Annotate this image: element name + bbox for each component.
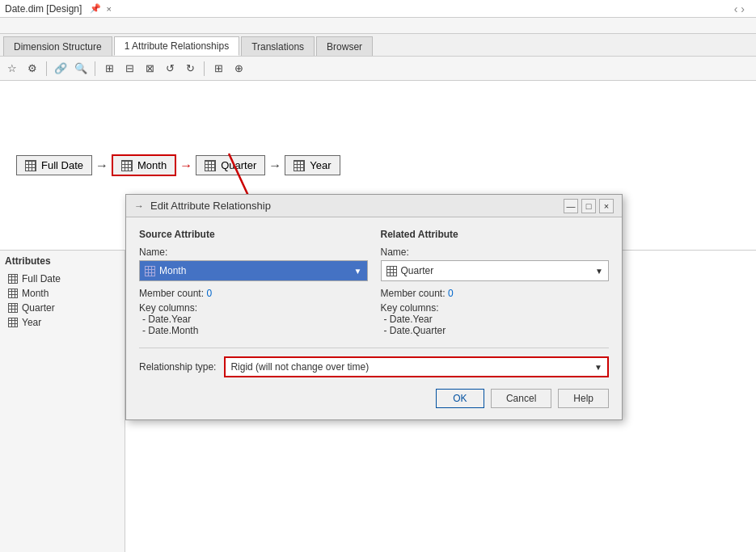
relationship-type-arrow: ▼ <box>594 363 602 372</box>
quarter-icon <box>205 160 216 171</box>
toolbar-btn-5[interactable]: ⊞ <box>100 60 118 78</box>
related-key-columns: Key columns: - Date.Year - Date.Quarter <box>381 302 610 336</box>
toolbar-sep-1 <box>46 61 47 76</box>
scroll-left-btn[interactable]: ‹ <box>734 2 738 15</box>
node-month[interactable]: Month <box>112 154 176 176</box>
toolbar-btn-10[interactable]: ⊞ <box>209 60 227 78</box>
dialog-buttons: OK Cancel Help <box>139 389 609 408</box>
toolbar-btn-11[interactable]: ⊕ <box>230 60 247 78</box>
tab-browser[interactable]: Browser <box>316 36 373 56</box>
window-close[interactable]: × <box>106 4 111 14</box>
related-select-arrow: ▼ <box>595 267 603 276</box>
attr-full-date-label: Full Date <box>22 273 61 284</box>
dialog-body: Source Attribute Name: Month ▼ Member co… <box>126 217 622 419</box>
source-select-arrow: ▼ <box>354 267 362 276</box>
dialog-title-text: Edit Attribute Relationship <box>150 200 557 212</box>
related-member-count-row: Member count: 0 <box>381 288 610 299</box>
relationship-type-value: Rigid (will not change over time) <box>230 361 369 373</box>
source-attribute-title: Source Attribute <box>139 229 368 240</box>
toolbar-btn-3[interactable]: 🔗 <box>52 60 70 78</box>
dialog-title-bar: → Edit Attribute Relationship — □ × <box>126 195 622 217</box>
attr-month-icon <box>8 289 18 298</box>
dialog-divider <box>139 348 609 348</box>
arrow-3: → <box>265 158 285 173</box>
source-key-col-2: - Date.Month <box>139 325 368 336</box>
toolbar-btn-1[interactable]: ☆ <box>3 60 21 78</box>
window-pin[interactable]: 📌 <box>90 3 101 14</box>
related-attribute-col: Related Attribute Name: Quarter ▼ Member… <box>381 229 610 336</box>
attr-year-icon <box>8 318 18 327</box>
attr-full-date[interactable]: Full Date <box>5 272 120 286</box>
source-select-icon <box>145 266 155 276</box>
relationship-type-select[interactable]: Rigid (will not change over time) ▼ <box>224 356 609 377</box>
source-attribute-col: Source Attribute Name: Month ▼ Member co… <box>139 229 368 336</box>
relationship-type-row: Relationship type: Rigid (will not chang… <box>139 356 609 377</box>
source-key-col-1: - Date.Year <box>139 314 368 325</box>
full-date-icon <box>25 160 36 171</box>
attr-quarter-icon <box>8 303 18 313</box>
main-tabs: Dimension Structure 1 Attribute Relation… <box>0 34 756 57</box>
arrow-2: → <box>176 158 196 173</box>
tab-translations-label: Translations <box>251 41 304 53</box>
dialog-restore-btn[interactable]: □ <box>581 199 596 213</box>
scroll-right-btn[interactable]: › <box>741 2 745 15</box>
tab-dimension-structure-label: Dimension Structure <box>14 41 102 53</box>
tab-browser-label: Browser <box>327 41 362 53</box>
dialog-minimize-btn[interactable]: — <box>564 199 578 213</box>
relationship-type-label: Relationship type: <box>139 361 216 373</box>
attr-month[interactable]: Month <box>5 286 120 301</box>
toolbar-btn-2[interactable]: ⚙ <box>23 60 41 78</box>
source-key-columns: Key columns: - Date.Year - Date.Month <box>139 302 368 336</box>
toolbar-btn-7[interactable]: ⊠ <box>141 60 158 78</box>
source-member-count-row: Member count: 0 <box>139 288 368 299</box>
related-select-value: Quarter <box>401 265 434 276</box>
cancel-button[interactable]: Cancel <box>491 389 551 408</box>
related-attribute-title: Related Attribute <box>381 229 610 240</box>
related-name-select[interactable]: Quarter ▼ <box>381 260 610 281</box>
left-panel: Attributes Full Date Month Quarter Year <box>0 251 125 552</box>
attr-quarter[interactable]: Quarter <box>5 301 120 315</box>
ok-button[interactable]: OK <box>436 389 484 408</box>
toolbar-sep-2 <box>95 61 95 76</box>
toolbar-sep-3 <box>204 61 205 76</box>
tab-dimension-structure[interactable]: Dimension Structure <box>3 36 112 56</box>
node-quarter[interactable]: Quarter <box>196 155 265 175</box>
related-member-count-value: 0 <box>448 288 454 299</box>
source-name-select[interactable]: Month ▼ <box>139 260 368 281</box>
source-select-value: Month <box>159 265 186 276</box>
attr-year[interactable]: Year <box>5 315 120 330</box>
tab-attribute-relationships[interactable]: 1 Attribute Relationships <box>114 36 239 56</box>
year-icon <box>294 160 305 171</box>
toolbar-btn-6[interactable]: ⊟ <box>120 60 138 78</box>
dialog-columns: Source Attribute Name: Month ▼ Member co… <box>139 229 609 336</box>
arrow-1: → <box>92 158 112 173</box>
dialog-close-btn[interactable]: × <box>599 199 614 213</box>
source-member-count-value: 0 <box>206 288 212 299</box>
node-year[interactable]: Year <box>285 155 340 175</box>
related-key-col-2: - Date.Quarter <box>381 325 610 336</box>
content-area: Full Date → Month → Quarter → Year <box>0 81 756 552</box>
help-button[interactable]: Help <box>558 389 609 408</box>
node-year-label: Year <box>310 159 331 171</box>
related-name-label: Name: <box>381 247 610 258</box>
toolbar: ☆ ⚙ 🔗 🔍 ⊞ ⊟ ⊠ ↺ ↻ ⊞ ⊕ <box>0 57 756 81</box>
title-bar: Date.dim [Design] 📌 × ‹ › <box>0 0 756 18</box>
related-select-icon <box>386 266 397 276</box>
node-quarter-label: Quarter <box>221 159 256 171</box>
source-name-label: Name: <box>139 247 368 258</box>
toolbar-btn-9[interactable]: ↻ <box>181 60 199 78</box>
attr-month-label: Month <box>22 288 49 299</box>
node-full-date[interactable]: Full Date <box>16 155 92 175</box>
dialog-title-icon: → <box>134 200 144 212</box>
window-title: Date.dim [Design] <box>5 3 82 15</box>
toolbar-btn-8[interactable]: ↺ <box>161 60 179 78</box>
edit-attribute-relationship-dialog: → Edit Attribute Relationship — □ × Sour… <box>125 194 623 420</box>
dialog-controls: — □ × <box>564 199 614 213</box>
related-key-col-1: - Date.Year <box>381 314 610 325</box>
tab-translations[interactable]: Translations <box>241 36 315 56</box>
toolbar-btn-4[interactable]: 🔍 <box>72 60 90 78</box>
node-full-date-label: Full Date <box>41 159 83 171</box>
node-month-label: Month <box>137 159 167 171</box>
attributes-title: Attributes <box>5 255 120 267</box>
attr-year-label: Year <box>22 317 41 328</box>
